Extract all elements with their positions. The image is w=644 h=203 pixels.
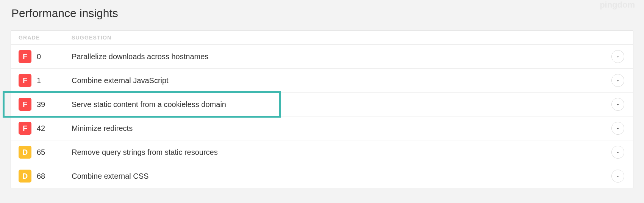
table-row[interactable]: F42Minimize redirects	[11, 116, 633, 140]
table-header-row: GRADE SUGGESTION	[11, 31, 633, 45]
table-row[interactable]: D68Combine external CSS	[11, 164, 633, 188]
grade-cell: F1	[19, 74, 72, 87]
grade-badge: F	[19, 122, 31, 135]
table-row[interactable]: F0Parallelize downloads across hostnames	[11, 45, 633, 69]
column-header-suggestion: SUGGESTION	[72, 35, 610, 41]
suggestion-cell: Parallelize downloads across hostnames	[72, 52, 610, 61]
grade-cell: D65	[19, 146, 72, 159]
table-row[interactable]: F1Combine external JavaScript	[11, 69, 633, 93]
insights-panel: Performance insights GRADE SUGGESTION F0…	[0, 0, 644, 188]
grade-score: 39	[37, 100, 45, 109]
grade-badge: D	[19, 146, 31, 159]
grade-cell: F42	[19, 122, 72, 135]
chevron-down-icon	[616, 76, 620, 85]
expand-button[interactable]	[611, 170, 624, 183]
expand-button[interactable]	[611, 122, 624, 135]
grade-badge: F	[19, 50, 31, 63]
suggestion-cell: Combine external JavaScript	[72, 76, 610, 85]
suggestion-cell: Minimize redirects	[72, 124, 610, 133]
grade-score: 1	[37, 76, 41, 85]
chevron-down-icon	[616, 124, 620, 133]
column-header-grade: GRADE	[19, 35, 72, 41]
grade-badge: D	[19, 170, 31, 183]
expand-button[interactable]	[611, 74, 624, 87]
page-title: Performance insights	[11, 7, 633, 20]
chevron-down-icon	[616, 52, 620, 61]
grade-cell: F0	[19, 50, 72, 63]
grade-cell: F39	[19, 98, 72, 111]
chevron-down-icon	[616, 100, 620, 109]
suggestion-cell: Combine external CSS	[72, 172, 610, 181]
grade-score: 68	[37, 172, 45, 181]
expand-button[interactable]	[611, 146, 624, 159]
grade-score: 42	[37, 124, 45, 133]
grade-badge: F	[19, 98, 31, 111]
watermark-text: pingdom	[600, 0, 635, 10]
table-row[interactable]: F39Serve static content from a cookieles…	[11, 93, 633, 116]
chevron-down-icon	[616, 148, 620, 157]
suggestion-cell: Remove query strings from static resourc…	[72, 148, 610, 157]
grade-cell: D68	[19, 170, 72, 183]
grade-score: 65	[37, 148, 45, 157]
table-row[interactable]: D65Remove query strings from static reso…	[11, 140, 633, 164]
suggestion-cell: Serve static content from a cookieless d…	[72, 100, 610, 109]
grade-badge: F	[19, 74, 31, 87]
chevron-down-icon	[616, 172, 620, 181]
grade-score: 0	[37, 52, 41, 61]
insights-table: GRADE SUGGESTION F0Parallelize downloads…	[11, 30, 633, 188]
expand-button[interactable]	[611, 98, 624, 111]
expand-button[interactable]	[611, 50, 624, 63]
